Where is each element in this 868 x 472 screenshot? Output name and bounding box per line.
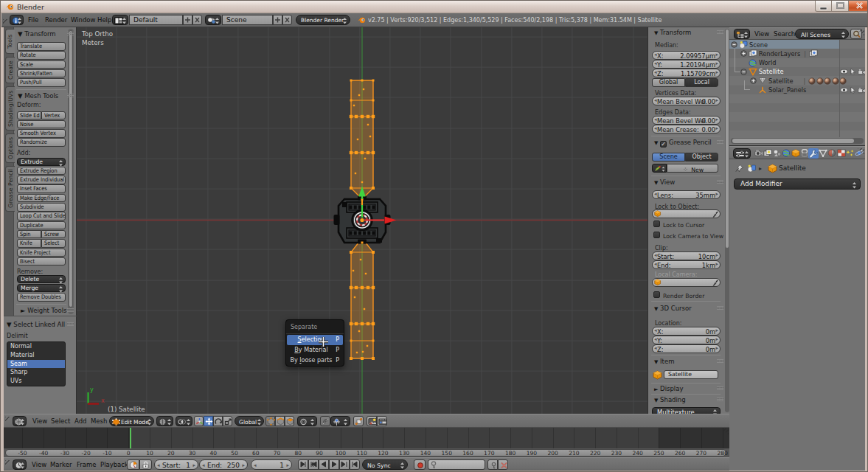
checkbox-render-border[interactable]: Render Border (652, 291, 721, 299)
delimit-option-normal[interactable]: Normal (7, 342, 65, 351)
visibility-eye-icon[interactable] (840, 69, 848, 74)
add-layout-button[interactable] (183, 15, 192, 25)
outliner-scrollbar-thumb[interactable] (732, 139, 854, 143)
tool-tab-shading-uvs[interactable]: Shading/UVs (5, 86, 15, 131)
add-scene-button[interactable] (273, 15, 282, 25)
pivot-point-select[interactable] (176, 416, 192, 426)
renderability-camera-icon[interactable] (858, 87, 865, 94)
delete-scene-button[interactable] (282, 15, 292, 25)
checkbox-box[interactable] (653, 221, 660, 227)
scene-field[interactable]: Scene (222, 15, 273, 25)
vertex-select-toggle[interactable] (265, 416, 275, 426)
tool-button-spin[interactable]: Spin (17, 230, 41, 239)
playback-play-reverse-button[interactable] (319, 459, 329, 470)
panel-header-mesh-tools[interactable]: ▼ Mesh Tools (18, 92, 58, 100)
number-field-y[interactable]: ◂Y:0m▸ (652, 336, 721, 344)
menu-marker[interactable]: Marker (50, 461, 72, 468)
outliner-item-label[interactable]: Scene (749, 41, 768, 49)
add-modifier-select[interactable]: Add Modifier (734, 178, 861, 190)
panel-header-transform[interactable]: ▼ Transform (654, 29, 691, 36)
viewport-3d[interactable]: Top Ortho Meters (1) Satellite y x Separ… (77, 27, 647, 414)
editor-type-button[interactable] (10, 15, 24, 25)
frame-lock-toggle[interactable] (139, 459, 152, 470)
number-field-y[interactable]: ◂Y:1.20194µm▸ (652, 60, 721, 69)
outliner-row-scene[interactable]: Scene (729, 40, 839, 49)
menu-help[interactable]: Help (97, 16, 111, 24)
region-corner-handle[interactable] (5, 417, 12, 423)
tool-button-inset-faces[interactable]: Inset Faces (17, 184, 66, 193)
menu-select[interactable]: Select (51, 417, 70, 425)
delete-keyframe-button[interactable] (498, 459, 508, 470)
current-frame-field[interactable]: 1◂▸ (251, 459, 292, 470)
menu-view[interactable]: View (32, 417, 47, 425)
panel-header-3d-cursor[interactable]: ▼ 3D Cursor (654, 305, 692, 312)
delimit-option-seam[interactable]: Seam (7, 360, 65, 369)
panel-drag-dots[interactable] (67, 308, 74, 312)
outliner-item-label[interactable]: Solar_Panels (768, 86, 806, 94)
number-field-z[interactable]: ◂Z:1.15709cm▸ (652, 69, 721, 77)
tool-button-knife-project[interactable]: Knife Project (17, 249, 66, 257)
menu-item-by-loose-parts[interactable]: By loose partsP (287, 355, 343, 366)
panel-drag-dots[interactable] (717, 306, 723, 310)
tool-button-select[interactable]: Select (41, 239, 66, 248)
tool-menu-merge[interactable]: Merge (17, 284, 66, 293)
playback-jump-to-next-keyframe-button[interactable] (339, 459, 350, 470)
panel-checkbox[interactable]: ✓ (660, 141, 667, 148)
tool-tab-grease-pencil[interactable]: Grease Pencil (5, 166, 15, 212)
menu-item-by-material[interactable]: By MaterialP (287, 345, 343, 355)
checkbox-box[interactable] (653, 291, 660, 298)
manipulator-rotate-toggle[interactable] (213, 416, 223, 426)
segment-object[interactable]: Object (685, 153, 718, 162)
timeline-band[interactable] (4, 428, 729, 448)
menu-frame[interactable]: Frame (77, 461, 96, 468)
insert-keyframe-button[interactable] (487, 459, 498, 470)
tool-button-translate[interactable]: Translate (17, 42, 66, 51)
panel-header-transform[interactable]: ▼ Transform (18, 30, 56, 38)
edge-select-toggle[interactable] (275, 416, 285, 426)
outliner-row-renderlayers[interactable]: RenderLayers| (729, 49, 839, 58)
scene-icon-button[interactable] (205, 15, 221, 25)
checkbox-lock-camera-to-view[interactable]: Lock Camera to View (652, 232, 721, 240)
gp-draw-mode-select[interactable] (652, 164, 667, 173)
number-field-mean-bevel-weig[interactable]: ◂Mean Bevel Weig:0.00▸ (652, 97, 721, 105)
n-panel-scrollbar-thumb[interactable] (726, 30, 729, 248)
tool-button-vertex[interactable]: Vertex (41, 111, 66, 120)
manipulator-translate-toggle[interactable] (204, 416, 213, 426)
menu-search[interactable]: Search (774, 30, 795, 38)
collapse-icon[interactable] (740, 69, 747, 75)
mode-select[interactable]: Edit Mode (109, 416, 154, 426)
outliner-item-label[interactable]: RenderLayers (759, 50, 800, 58)
editor-type-button[interactable] (734, 29, 750, 39)
selectability-pointer-icon[interactable] (850, 86, 856, 94)
manipulator-toggle[interactable] (194, 416, 204, 426)
playback-jump-to-start-button[interactable] (298, 459, 308, 470)
region-corner-handle[interactable] (5, 460, 12, 467)
delete-layout-button[interactable] (192, 15, 202, 25)
panel-drag-dots[interactable] (717, 386, 723, 390)
screen-layout-field[interactable]: Default (129, 15, 183, 25)
tool-button-extrude-region[interactable]: Extrude Region (17, 167, 66, 176)
panel-header-item[interactable]: ▼ Item (654, 358, 674, 365)
tool-tab-options[interactable]: Options (5, 133, 15, 163)
preview-range-toggle[interactable] (127, 459, 139, 470)
tool-button-knife[interactable]: Knife (17, 239, 41, 248)
eyedropper-icon[interactable] (712, 279, 718, 289)
tool-button-push-pull[interactable]: Push/Pull (17, 78, 66, 87)
frame-start-field[interactable]: Start:1◂▸ (154, 459, 198, 470)
solar-panel-top[interactable] (350, 80, 375, 201)
panel-header-select-linked-all[interactable]: ▼ Select Linked All (7, 321, 65, 328)
playback-jump-to-end-button[interactable] (350, 459, 360, 470)
tool-button-slide-ed[interactable]: Slide Ed (17, 111, 41, 120)
editor-type-button[interactable] (733, 148, 751, 159)
panel-drag-dots[interactable] (717, 359, 723, 363)
outliner-item-label[interactable]: World (759, 59, 776, 66)
tool-button-bisect[interactable]: Bisect (17, 257, 66, 266)
tool-button-extrude-individual[interactable]: Extrude Individual (17, 176, 66, 184)
number-field-z[interactable]: ◂Z:0m▸ (652, 344, 721, 353)
tool-button-loop-cut-and-slide[interactable]: Loop Cut and Slide (17, 212, 66, 221)
panel-drag-dots[interactable] (67, 32, 74, 35)
expand-icon[interactable] (740, 50, 747, 57)
menu-render[interactable]: Render (45, 16, 67, 24)
tool-button-scale[interactable]: Scale (17, 60, 66, 69)
opengl-render-anim-button[interactable] (377, 416, 387, 426)
